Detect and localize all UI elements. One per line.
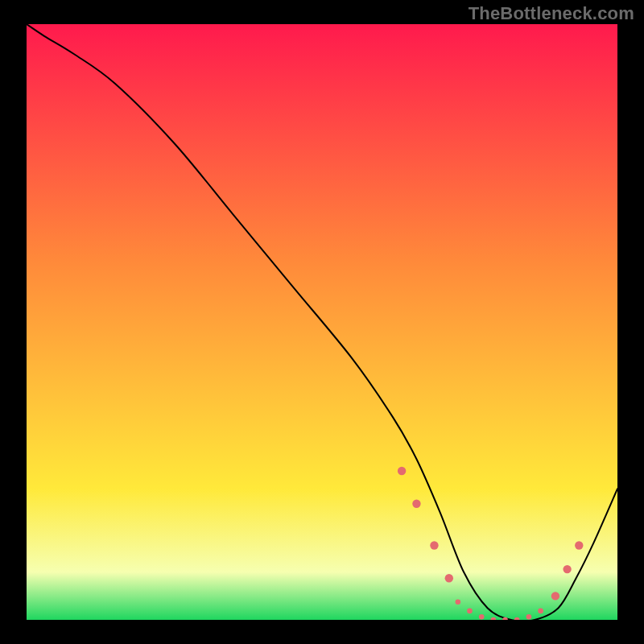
marker-dot (467, 609, 473, 614)
attribution-label: TheBottleneck.com (469, 3, 634, 24)
chart-svg (27, 24, 617, 620)
marker-dot (430, 541, 438, 549)
marker-dot (551, 592, 559, 600)
marker-dot (412, 500, 420, 508)
marker-dot (398, 467, 406, 475)
chart-frame: TheBottleneck.com (0, 0, 644, 644)
marker-dot (575, 541, 583, 549)
plot-area (27, 24, 617, 620)
marker-dot (479, 614, 485, 620)
marker-dot (538, 609, 543, 614)
marker-dot (526, 614, 532, 620)
marker-dot (445, 574, 453, 582)
marker-dot (456, 600, 461, 605)
marker-dot (563, 565, 571, 573)
